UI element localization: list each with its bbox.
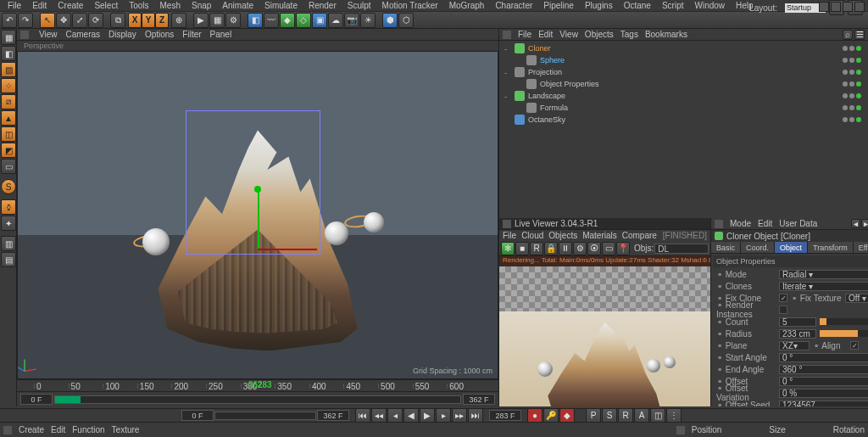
goto-end-icon[interactable]: ⏭ bbox=[468, 408, 483, 423]
menu-item[interactable]: Simulate bbox=[260, 1, 302, 10]
soft-select-icon[interactable]: S bbox=[1, 179, 16, 194]
timeline-slider[interactable] bbox=[54, 395, 461, 404]
autokey-icon[interactable]: 🔑 bbox=[543, 408, 559, 423]
menu-item[interactable]: File bbox=[3, 1, 25, 10]
key-rot-icon[interactable]: R bbox=[618, 408, 633, 423]
menu-item[interactable]: Edit bbox=[28, 1, 51, 10]
object-row[interactable]: Formula bbox=[501, 102, 866, 114]
menu-item[interactable]: Plugins bbox=[581, 1, 617, 10]
attr-checkbox[interactable]: ✓ bbox=[779, 294, 787, 302]
lv-lock-icon[interactable]: 🔒 bbox=[544, 242, 558, 255]
frame-total-field[interactable] bbox=[317, 410, 349, 421]
attr-dropdown[interactable]: Radial ▾ bbox=[779, 270, 868, 279]
render-region-icon[interactable]: ▦ bbox=[209, 13, 225, 28]
spline-icon[interactable]: 〰 bbox=[264, 13, 279, 28]
lv-menu-item[interactable]: File bbox=[503, 231, 516, 240]
objects-menu[interactable]: Edit bbox=[538, 30, 553, 39]
nav-fwd-icon[interactable]: ▸ bbox=[861, 219, 868, 228]
lv-render-icon[interactable]: ✻ bbox=[501, 242, 515, 255]
key-pos-icon[interactable]: P bbox=[586, 408, 601, 423]
tab-coord[interactable]: Coord. bbox=[741, 242, 775, 253]
vp-menu-item[interactable]: Display bbox=[108, 30, 136, 39]
lv-stop-icon[interactable]: ■ bbox=[515, 242, 529, 255]
menu-item[interactable]: Character bbox=[491, 1, 537, 10]
menu-item[interactable]: Create bbox=[53, 1, 87, 10]
attr-number-field[interactable]: 1234567 bbox=[779, 401, 868, 407]
attr-slider[interactable] bbox=[820, 330, 868, 337]
object-visibility[interactable] bbox=[843, 117, 861, 122]
uv-point-icon[interactable]: ◫ bbox=[1, 126, 16, 142]
lv-pin-icon[interactable]: 📍 bbox=[616, 242, 630, 255]
menu-item[interactable]: Octane bbox=[620, 1, 655, 10]
texture-mode-icon[interactable]: ▨ bbox=[1, 62, 16, 77]
bottom-menu[interactable]: Function bbox=[72, 425, 104, 434]
lv-menu-item[interactable]: Compare bbox=[622, 231, 657, 240]
attr-number-field[interactable]: 233 cm bbox=[779, 329, 816, 339]
bottom-menu[interactable]: Edit bbox=[51, 425, 65, 434]
key-options-icon[interactable]: ⋮ bbox=[666, 408, 682, 423]
primitive-cube-icon[interactable]: ◧ bbox=[248, 13, 263, 28]
next-key-icon[interactable]: ▸▸ bbox=[452, 408, 467, 423]
bottom-menu[interactable]: Texture bbox=[112, 425, 140, 434]
menu-item[interactable]: Mesh bbox=[156, 1, 185, 10]
object-name[interactable]: OctaneSky bbox=[528, 115, 596, 124]
move-gizmo[interactable] bbox=[258, 189, 259, 249]
attr-menu[interactable]: Mode bbox=[730, 219, 751, 228]
object-name[interactable]: Formula bbox=[540, 104, 608, 112]
coord-system-icon[interactable]: ⊕ bbox=[171, 13, 186, 28]
move-icon[interactable]: ✥ bbox=[56, 13, 71, 28]
key-param-icon[interactable]: A bbox=[634, 408, 649, 423]
snap-settings-icon[interactable]: ✦ bbox=[1, 216, 16, 231]
range-slider[interactable] bbox=[214, 412, 316, 420]
key-pla-icon[interactable]: ◫ bbox=[650, 408, 665, 423]
tab-transform[interactable]: Transform bbox=[808, 242, 854, 253]
lv-menu-item[interactable]: Materials bbox=[582, 231, 617, 240]
attr-number-field[interactable]: 0 ° bbox=[779, 353, 868, 362]
object-row[interactable]: - Landscape bbox=[501, 90, 866, 102]
panel-grip-icon[interactable] bbox=[503, 31, 511, 39]
model-mode-icon[interactable]: ▦ bbox=[1, 30, 16, 45]
octane-icon[interactable]: ⬢ bbox=[382, 13, 398, 28]
lv-pick-icon[interactable]: ⦿ bbox=[587, 242, 601, 255]
object-row[interactable]: Sphere bbox=[501, 54, 866, 66]
menu-item[interactable]: MoGraph bbox=[445, 1, 489, 10]
prev-key-icon[interactable]: ◂◂ bbox=[371, 408, 387, 423]
filter-icon[interactable]: ☰ bbox=[854, 30, 865, 40]
attr-slider[interactable] bbox=[820, 318, 868, 325]
attr-number-field[interactable]: 0 ° bbox=[779, 377, 868, 386]
history-icon[interactable]: ⧉ bbox=[110, 13, 125, 28]
object-visibility[interactable] bbox=[843, 58, 861, 63]
object-manager[interactable]: - Cloner Sphere - Projection Object Prop… bbox=[499, 41, 868, 126]
bottom-menu[interactable]: Create bbox=[19, 425, 44, 434]
attr-number-field[interactable]: 0 % bbox=[779, 389, 868, 398]
tab-effectors[interactable]: Effectors bbox=[854, 242, 868, 253]
object-name[interactable]: Sphere bbox=[540, 56, 608, 64]
menu-item[interactable]: Window bbox=[691, 1, 730, 10]
scale-icon[interactable]: ⤢ bbox=[72, 13, 87, 28]
objects-menu[interactable]: Bookmarks bbox=[645, 30, 687, 39]
attr-number-field[interactable]: 360 ° bbox=[779, 365, 868, 374]
camera-icon[interactable]: 📷 bbox=[344, 13, 359, 28]
object-name[interactable]: Landscape bbox=[528, 92, 596, 100]
polygon-mode-icon[interactable]: ▲ bbox=[1, 110, 16, 126]
menu-item[interactable]: Pipeline bbox=[539, 1, 578, 10]
attr-dropdown[interactable]: XZ▾ bbox=[779, 341, 810, 350]
objects-menu[interactable]: Objects bbox=[585, 30, 614, 39]
vp-menu-item[interactable]: Cameras bbox=[66, 30, 101, 39]
object-visibility[interactable] bbox=[843, 93, 861, 98]
attr-menu[interactable]: User Data bbox=[779, 219, 817, 228]
axis-z-button[interactable]: Z bbox=[155, 13, 169, 28]
object-visibility[interactable] bbox=[843, 46, 861, 51]
goto-start-icon[interactable]: ⏮ bbox=[355, 408, 370, 423]
coord-grip-icon[interactable] bbox=[676, 426, 685, 434]
redo-icon[interactable]: ↷ bbox=[18, 13, 33, 28]
octane-settings-icon[interactable]: ⬡ bbox=[398, 13, 414, 28]
lv-menu-item[interactable]: Cloud bbox=[521, 231, 543, 240]
record-icon[interactable]: ● bbox=[527, 408, 542, 423]
panel-grip-icon[interactable] bbox=[503, 220, 511, 228]
live-select-icon[interactable]: ↖ bbox=[40, 13, 55, 28]
render-view-icon[interactable]: ▶ bbox=[193, 13, 209, 28]
point-mode-icon[interactable]: ⁘ bbox=[1, 78, 16, 93]
undo-icon[interactable]: ↶ bbox=[2, 13, 17, 28]
expand-icon[interactable]: - bbox=[504, 92, 511, 101]
